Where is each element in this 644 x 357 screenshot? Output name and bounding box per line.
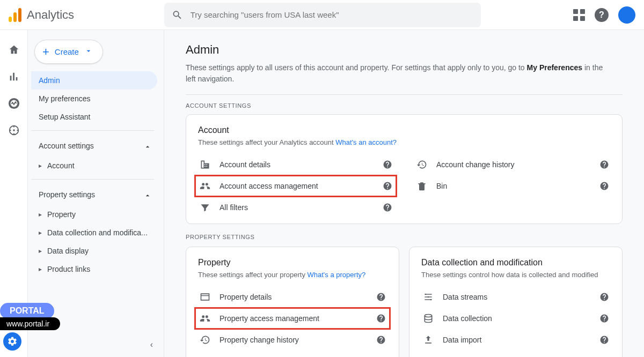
row-bin[interactable]: Bin [415,175,610,197]
history-icon [198,334,212,345]
chevron-down-icon [84,47,93,57]
card-title: Property [198,258,387,267]
help-icon[interactable] [382,159,393,170]
sidebar-group-account-settings[interactable]: Account settings [31,135,157,157]
avatar[interactable] [618,6,635,24]
chevron-up-icon [143,141,152,151]
account-card: Account These settings affect your Analy… [186,114,623,224]
card-title: Data collection and modification [421,258,610,267]
row-property-details[interactable]: Property details [198,286,387,308]
arrow-right-icon: ▸ [39,211,42,218]
row-data-collection[interactable]: Data collection [421,308,610,329]
row-account-details[interactable]: Account details [198,154,393,175]
search-input[interactable] [191,10,473,19]
arrow-right-icon: ▸ [39,229,42,236]
help-icon[interactable] [598,313,610,324]
help-icon[interactable] [375,291,387,303]
people-icon [198,181,212,191]
main-content: Admin These settings apply to all users … [164,30,644,357]
property-card: Property These settings affect your prop… [186,247,399,357]
database-icon [421,313,435,324]
sidebar-sub-property[interactable]: ▸Property [31,205,157,224]
help-icon[interactable] [382,202,393,213]
card-desc: These settings affect your property What… [198,271,387,279]
watermark-url: www.portal.ir [0,317,60,330]
webasset-icon [198,292,212,302]
streams-icon [421,292,435,302]
collapse-sidebar-icon[interactable]: ‹ [150,340,153,349]
sidebar-sub-product-links[interactable]: ▸Product links [31,260,157,278]
card-title: Account [198,125,610,135]
page-title: Admin [186,43,623,57]
divider [31,179,154,180]
help-icon[interactable] [598,334,610,346]
header-actions: ? [573,6,635,24]
gear-badge-icon[interactable] [3,332,21,351]
analytics-logo-icon [9,8,21,22]
section-label-property: PROPERTY SETTINGS [186,234,623,240]
data-collection-card: Data collection and modification These s… [409,247,623,357]
card-desc: These settings affect your Analytics acc… [198,138,610,146]
svg-rect-6 [9,17,12,22]
help-icon[interactable] [598,180,610,192]
plus-icon: + [42,45,49,59]
apps-icon[interactable] [573,9,585,21]
row-property-access-management[interactable]: Property access management [195,308,390,329]
create-button[interactable]: + Create [34,40,103,64]
brand-text: Analytics [27,8,74,22]
explore-icon[interactable] [8,98,20,109]
divider [31,130,154,131]
divider [186,94,623,95]
trash-icon [415,181,429,191]
page-description: These settings apply to all users of thi… [186,62,604,85]
watermark-pill: PORTAL [0,303,54,319]
row-property-change-history[interactable]: Property change history [198,329,387,351]
watermark: PORTAL www.portal.ir [0,303,60,330]
history-icon [415,159,429,170]
row-account-access-management[interactable]: Account access management [195,175,397,197]
help-icon[interactable] [598,159,610,170]
card-desc: These settings control how data is colle… [421,271,610,279]
whats-a-property-link[interactable]: What's a property? [308,271,366,279]
section-label-account: ACCOUNT SETTINGS [186,102,623,109]
help-icon[interactable] [598,291,610,303]
sidebar-item-admin[interactable]: Admin [31,71,157,90]
row-account-change-history[interactable]: Account change history [415,154,610,175]
help-icon[interactable]: ? [595,8,609,22]
arrow-right-icon: ▸ [39,247,42,255]
home-icon[interactable] [8,44,20,56]
row-data-import[interactable]: Data import [421,329,610,351]
row-data-retention[interactable]: Data retention [421,351,610,357]
filter-icon [198,202,212,213]
row-data-streams[interactable]: Data streams [421,286,610,308]
create-label: Create [55,47,79,56]
whats-an-account-link[interactable]: What's an account? [335,138,397,146]
app-header: Analytics ? [0,0,644,30]
svg-rect-8 [18,8,21,22]
svg-rect-7 [13,12,17,22]
upload-icon [421,334,435,345]
arrow-right-icon: ▸ [39,265,42,273]
sidebar-item-setup-assistant[interactable]: Setup Assistant [31,108,157,126]
help-icon[interactable] [375,313,387,324]
help-icon[interactable] [375,334,387,346]
sidebar-sub-data-display[interactable]: ▸Data display [31,242,157,260]
sidebar-item-my-preferences[interactable]: My preferences [31,90,157,108]
chevron-up-icon [143,190,152,200]
sidebar-sub-account[interactable]: ▸Account [31,157,157,175]
people-icon [198,313,212,324]
search-bar[interactable] [164,3,481,27]
search-icon [172,9,183,21]
row-all-filters[interactable]: All filters [198,197,393,218]
reports-icon[interactable] [8,71,20,83]
brand[interactable]: Analytics [9,8,164,22]
domain-icon [198,159,212,170]
help-icon[interactable] [382,180,393,192]
advertising-icon[interactable] [8,124,20,136]
arrow-right-icon: ▸ [39,162,42,169]
sidebar-sub-data-collection[interactable]: ▸Data collection and modifica... [31,224,157,242]
sidebar-group-property-settings[interactable]: Property settings [31,184,157,205]
row-scheduled-emails[interactable]: Scheduled emails [198,351,387,357]
